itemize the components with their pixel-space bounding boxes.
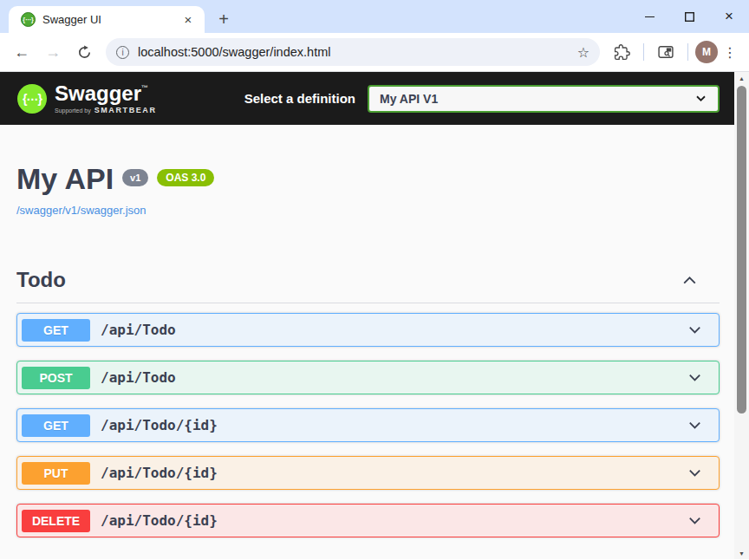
extensions-puzzle-icon xyxy=(614,44,630,61)
api-badges: v1 OAS 3.0 xyxy=(122,169,214,186)
reload-icon xyxy=(77,45,92,60)
toolbar-divider xyxy=(687,43,688,61)
browser-window: {⋯} Swagger UI × + × ← → i localhost:500… xyxy=(0,0,749,560)
new-tab-button[interactable]: + xyxy=(212,7,236,31)
side-panel-search-icon xyxy=(657,43,674,61)
supported-by-label: Supported by xyxy=(55,107,91,114)
close-window-button[interactable]: × xyxy=(709,0,749,33)
operation-row[interactable]: GET /api/Todo/{id} xyxy=(16,408,720,442)
browser-menu-button[interactable]: ⋮ xyxy=(720,44,740,61)
method-badge: DELETE xyxy=(22,510,90,532)
browser-toolbar: ← → i localhost:5000/swagger/index.html … xyxy=(0,33,749,72)
oas-badge: OAS 3.0 xyxy=(157,169,214,186)
chevron-down-icon xyxy=(687,369,703,386)
expand-operation-button[interactable] xyxy=(687,465,703,481)
toolbar-divider xyxy=(643,43,644,61)
chevron-down-icon xyxy=(687,512,703,529)
operation-path: /api/Todo xyxy=(101,322,176,338)
scrollbar-thumb[interactable] xyxy=(737,86,746,413)
selected-definition-value: My API V1 xyxy=(380,92,438,106)
swagger-content: My API v1 OAS 3.0 /swagger/v1/swagger.js… xyxy=(0,125,734,559)
trademark-symbol: ™ xyxy=(141,85,148,92)
operation-row[interactable]: POST /api/Todo xyxy=(16,361,720,394)
method-badge: GET xyxy=(22,414,90,437)
operation-row[interactable]: DELETE /api/Todo/{id} xyxy=(16,504,720,537)
chevron-down-icon xyxy=(687,322,703,338)
tab-strip: {⋯} Swagger UI × + × xyxy=(0,0,749,33)
profile-avatar[interactable]: M xyxy=(695,41,718,63)
swagger-logo-icon: {⋯} xyxy=(17,84,47,114)
method-badge: GET xyxy=(22,319,90,342)
operation-row[interactable]: PUT /api/Todo/{id} xyxy=(16,456,720,490)
forward-button[interactable]: → xyxy=(38,37,68,67)
expand-operation-button[interactable] xyxy=(687,417,703,433)
operation-path: /api/Todo/{id} xyxy=(101,465,218,481)
tab-title: Swagger UI xyxy=(42,13,173,26)
minimize-icon xyxy=(645,16,655,17)
page-scrollbar[interactable]: ▲ ▼ xyxy=(734,72,749,559)
maximize-button[interactable] xyxy=(669,0,709,33)
select-definition-label: Select a definition xyxy=(244,91,355,106)
api-info-block: My API v1 OAS 3.0 /swagger/v1/swagger.js… xyxy=(16,125,720,218)
operation-path: /api/Todo/{id} xyxy=(101,417,218,433)
url-text[interactable]: localhost:5000/swagger/index.html xyxy=(138,45,569,59)
window-controls: × xyxy=(629,0,749,33)
spec-json-link[interactable]: /swagger/v1/swagger.json xyxy=(16,204,147,217)
expand-operation-button[interactable] xyxy=(687,512,703,529)
reload-button[interactable] xyxy=(69,37,99,67)
smartbear-wordmark: SMARTBEAR xyxy=(94,106,157,114)
maximize-icon xyxy=(685,12,694,22)
page-content: {⋯} Swagger ™ Supported by SMARTBEAR Sel… xyxy=(0,72,734,559)
definition-select-area: Select a definition My API V1 xyxy=(244,85,720,113)
expand-operation-button[interactable] xyxy=(687,369,703,386)
api-title: My API xyxy=(16,163,114,195)
chevron-down-icon xyxy=(687,465,703,481)
operation-path: /api/Todo xyxy=(101,369,176,386)
extensions-button[interactable] xyxy=(607,37,636,67)
definition-select[interactable]: My API V1 xyxy=(368,85,720,113)
chevron-down-icon xyxy=(687,417,703,433)
page-viewport: {⋯} Swagger ™ Supported by SMARTBEAR Sel… xyxy=(0,72,749,559)
address-bar[interactable]: i localhost:5000/swagger/index.html ☆ xyxy=(106,38,600,66)
scrollbar-up-arrow[interactable]: ▲ xyxy=(734,72,749,84)
swagger-favicon-icon: {⋯} xyxy=(21,12,36,27)
swagger-wordmark: Swagger xyxy=(55,83,141,104)
side-panel-button[interactable] xyxy=(651,37,681,67)
site-info-icon[interactable]: i xyxy=(116,46,129,59)
method-badge: PUT xyxy=(22,462,90,485)
scrollbar-down-arrow[interactable]: ▼ xyxy=(734,547,749,559)
expand-operation-button[interactable] xyxy=(687,322,703,338)
minimize-button[interactable] xyxy=(629,0,669,33)
swagger-logo: {⋯} Swagger ™ Supported by SMARTBEAR xyxy=(17,83,157,114)
tab-close-icon[interactable]: × xyxy=(180,12,196,28)
back-button[interactable]: ← xyxy=(7,37,36,67)
chevron-up-icon xyxy=(681,271,699,290)
operations-list: GET /api/Todo POST /api/Todo GET /api/To… xyxy=(16,313,720,537)
browser-tab[interactable]: {⋯} Swagger UI × xyxy=(9,6,205,33)
version-badge: v1 xyxy=(122,169,148,186)
tag-section-header[interactable]: Todo xyxy=(16,268,720,303)
operation-path: /api/Todo/{id} xyxy=(101,512,218,529)
swagger-topbar: {⋯} Swagger ™ Supported by SMARTBEAR Sel… xyxy=(0,72,734,125)
collapse-section-button[interactable] xyxy=(681,271,699,290)
operation-row[interactable]: GET /api/Todo xyxy=(16,313,720,347)
tag-section-title: Todo xyxy=(16,268,66,292)
bookmark-star-icon[interactable]: ☆ xyxy=(577,44,589,61)
close-icon: × xyxy=(725,8,733,25)
chevron-down-icon xyxy=(694,92,707,105)
swagger-logo-text-block: Swagger ™ Supported by SMARTBEAR xyxy=(55,83,157,114)
method-badge: POST xyxy=(22,367,90,389)
